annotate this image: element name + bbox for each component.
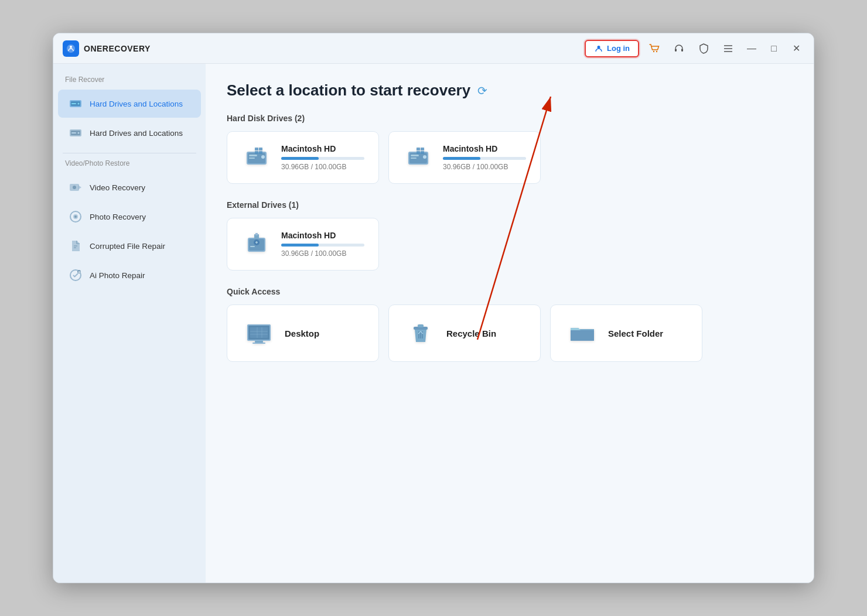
app-logo-icon [63,40,79,57]
svg-point-40 [423,155,426,159]
page-title: Select a location to start recovery [227,81,470,100]
login-button[interactable]: Log in [585,40,639,57]
select-folder-label: Select Folder [608,328,663,338]
drive-bar-bg-2 [443,157,526,160]
drive-name-ext-1: Macintosh HD [281,231,364,240]
svg-point-1 [653,50,654,52]
svg-rect-48 [255,233,258,235]
sidebar-label-corrupted-file: Corrupted File Repair [90,242,165,251]
app-name: ONERECOVERY [84,44,151,53]
quick-card-desktop[interactable]: Desktop [227,304,379,362]
quick-access-section-label: Quick Access [227,287,793,296]
select-folder-icon [567,318,598,348]
photo-recovery-icon [67,208,84,225]
drive-size-ext-1: 30.96GB / 100.00GB [281,249,364,258]
external-section-label: External Drives (1) [227,200,793,210]
sidebar: File Recover Hard Drives and Locations [53,64,206,583]
desktop-label: Desktop [285,328,319,338]
sidebar-divider [63,153,196,153]
drive-icon-hdd-2 [403,142,433,173]
maximize-button[interactable]: □ [766,40,782,57]
menu-icon-button[interactable] [719,39,738,58]
video-recovery-icon [67,179,84,196]
drive-bar-bg-ext-1 [281,244,364,247]
hard-drives-grid: Macintosh HD 30.96GB / 100.00GB [227,131,793,184]
svg-rect-38 [411,155,419,156]
hard-drives-icon-2 [67,125,84,141]
svg-point-2 [656,50,657,52]
shield-icon-button[interactable] [694,39,713,58]
sidebar-item-photo-recovery[interactable]: Photo Recovery [58,203,201,231]
svg-rect-42 [421,148,424,150]
drive-name-hdd-2: Macintosh HD [443,144,526,153]
drive-name-hdd-1: Macintosh HD [281,144,364,153]
main-area: File Recover Hard Drives and Locations [53,64,814,583]
svg-point-14 [78,132,80,134]
quick-access-grid: Desktop [227,304,793,362]
svg-rect-61 [418,324,424,327]
svg-rect-29 [249,155,257,156]
hard-drives-icon-1 [67,95,84,112]
sidebar-label-video-recovery: Video Recovery [90,183,145,192]
svg-rect-43 [417,151,420,154]
svg-rect-41 [417,148,420,150]
drive-card-hdd-1[interactable]: Macintosh HD 30.96GB / 100.00GB [227,131,379,184]
external-drives-grid: Macintosh HD 30.96GB / 100.00GB [227,218,793,271]
svg-rect-34 [255,151,258,154]
sidebar-label-hard-drives-1: Hard Drives and Locations [90,100,183,108]
svg-rect-35 [259,151,262,154]
login-label: Log in [607,44,630,53]
drive-bar-fill-2 [443,157,480,160]
sidebar-label-photo-recovery: Photo Recovery [90,213,146,221]
drive-card-hdd-2[interactable]: Macintosh HD 30.96GB / 100.00GB [388,131,541,184]
svg-rect-44 [421,151,424,154]
svg-rect-30 [249,158,255,159]
quick-card-select-folder[interactable]: Select Folder [550,304,702,362]
refresh-icon[interactable]: ⟳ [477,84,487,98]
svg-point-10 [78,103,80,105]
svg-rect-50 [250,246,255,247]
drive-bar-bg-1 [281,157,364,160]
sidebar-label-hard-drives-2: Hard Drives and Locations [90,129,183,138]
logo-area: ONERECOVERY [63,40,151,57]
svg-rect-32 [255,148,258,150]
drive-info-hdd-2: Macintosh HD 30.96GB / 100.00GB [443,144,526,171]
drive-bar-fill-ext-1 [281,244,319,247]
sidebar-item-hard-drives-1[interactable]: Hard Drives and Locations [58,90,201,118]
svg-rect-4 [681,49,683,52]
corrupted-file-icon [67,238,84,254]
drive-size-hdd-2: 30.96GB / 100.00GB [443,163,526,171]
svg-text:AI: AI [78,271,81,273]
sidebar-item-video-recovery[interactable]: Video Recovery [58,173,201,201]
svg-point-31 [261,155,265,159]
desktop-icon [244,318,274,348]
drive-bar-fill-1 [281,157,319,160]
svg-point-21 [74,215,77,218]
drive-info-ext-1: Macintosh HD 30.96GB / 100.00GB [281,231,364,258]
recycle-bin-icon [405,318,436,348]
drive-icon-hdd-1 [241,142,272,173]
support-icon-button[interactable] [670,39,688,58]
svg-rect-15 [71,132,76,134]
svg-rect-11 [71,103,76,104]
minimize-button[interactable]: — [743,40,760,57]
drive-icon-ext-1 [241,229,272,259]
close-button[interactable]: ✕ [788,40,804,57]
svg-point-18 [73,186,76,189]
hard-disk-section-label: Hard Disk Drives (2) [227,114,793,123]
page-title-row: Select a location to start recovery ⟳ [227,81,793,100]
cart-icon-button[interactable] [645,39,664,58]
sidebar-section-photo-video: Video/Photo Restore [53,159,206,172]
drive-size-hdd-1: 30.96GB / 100.00GB [281,163,364,171]
drive-card-ext-1[interactable]: Macintosh HD 30.96GB / 100.00GB [227,218,379,271]
sidebar-item-corrupted-file-repair[interactable]: Corrupted File Repair [58,232,201,260]
svg-rect-53 [255,341,263,343]
svg-rect-33 [259,148,262,150]
svg-rect-39 [411,158,417,159]
svg-rect-55 [250,327,268,338]
svg-marker-17 [78,185,81,190]
sidebar-item-hard-drives-2[interactable]: Hard Drives and Locations [58,119,201,147]
quick-card-recycle-bin[interactable]: Recycle Bin [388,304,541,362]
ai-photo-repair-icon: AI [67,267,84,283]
sidebar-item-ai-photo-repair[interactable]: AI Ai Photo Repair [58,261,201,289]
